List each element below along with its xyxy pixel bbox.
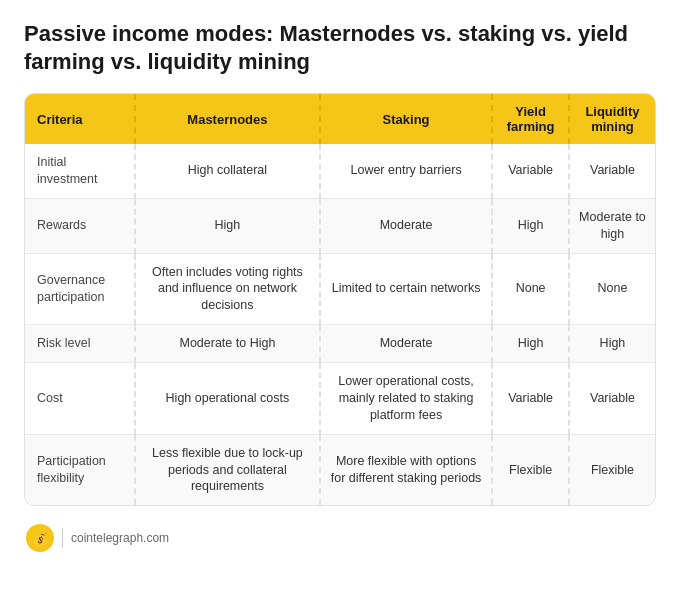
comparison-table: Criteria Masternodes Staking Yield farmi… [24, 93, 656, 506]
table-row: RewardsHighModerateHighModerate to high [25, 198, 655, 253]
cell-2-liquidity_mining: None [569, 253, 655, 325]
col-header-masternodes: Masternodes [135, 94, 320, 144]
table-row: Governance participationOften includes v… [25, 253, 655, 325]
cell-3-liquidity_mining: High [569, 325, 655, 363]
col-header-liquidity-mining: Liquidity mining [569, 94, 655, 144]
table-row: CostHigh operational costsLower operatio… [25, 363, 655, 435]
cell-2-yield_farming: None [492, 253, 569, 325]
cell-2-staking: Limited to certain networks [320, 253, 492, 325]
cell-0-masternodes: High collateral [135, 144, 320, 198]
table-header-row: Criteria Masternodes Staking Yield farmi… [25, 94, 655, 144]
cell-1-criteria: Rewards [25, 198, 135, 253]
footer-divider [62, 528, 63, 548]
footer-site: cointelegraph.com [71, 531, 169, 545]
cell-5-masternodes: Less flexible due to lock-up periods and… [135, 434, 320, 505]
cell-3-criteria: Risk level [25, 325, 135, 363]
footer-icon: 💰 [26, 524, 54, 552]
col-header-yield-farming: Yield farming [492, 94, 569, 144]
cell-5-criteria: Participation flexibility [25, 434, 135, 505]
cell-4-masternodes: High operational costs [135, 363, 320, 435]
cell-3-staking: Moderate [320, 325, 492, 363]
page-title: Passive income modes: Masternodes vs. st… [24, 20, 656, 75]
cell-2-criteria: Governance participation [25, 253, 135, 325]
cell-4-criteria: Cost [25, 363, 135, 435]
cell-0-staking: Lower entry barriers [320, 144, 492, 198]
cell-4-staking: Lower operational costs, mainly related … [320, 363, 492, 435]
cell-2-masternodes: Often includes voting rights and influen… [135, 253, 320, 325]
cell-0-criteria: Initial investment [25, 144, 135, 198]
table-row: Initial investmentHigh collateralLower e… [25, 144, 655, 198]
cell-1-liquidity_mining: Moderate to high [569, 198, 655, 253]
cell-4-yield_farming: Variable [492, 363, 569, 435]
table-row: Participation flexibilityLess flexible d… [25, 434, 655, 505]
cell-3-yield_farming: High [492, 325, 569, 363]
cell-1-masternodes: High [135, 198, 320, 253]
footer: 💰 cointelegraph.com [24, 520, 656, 552]
cell-1-staking: Moderate [320, 198, 492, 253]
cell-5-staking: More flexible with options for different… [320, 434, 492, 505]
cell-0-liquidity_mining: Variable [569, 144, 655, 198]
col-header-criteria: Criteria [25, 94, 135, 144]
cell-4-liquidity_mining: Variable [569, 363, 655, 435]
cell-3-masternodes: Moderate to High [135, 325, 320, 363]
cell-0-yield_farming: Variable [492, 144, 569, 198]
table-row: Risk levelModerate to HighModerateHighHi… [25, 325, 655, 363]
col-header-staking: Staking [320, 94, 492, 144]
cell-1-yield_farming: High [492, 198, 569, 253]
cell-5-liquidity_mining: Flexible [569, 434, 655, 505]
coin-icon: 💰 [32, 530, 49, 546]
cell-5-yield_farming: Flexible [492, 434, 569, 505]
